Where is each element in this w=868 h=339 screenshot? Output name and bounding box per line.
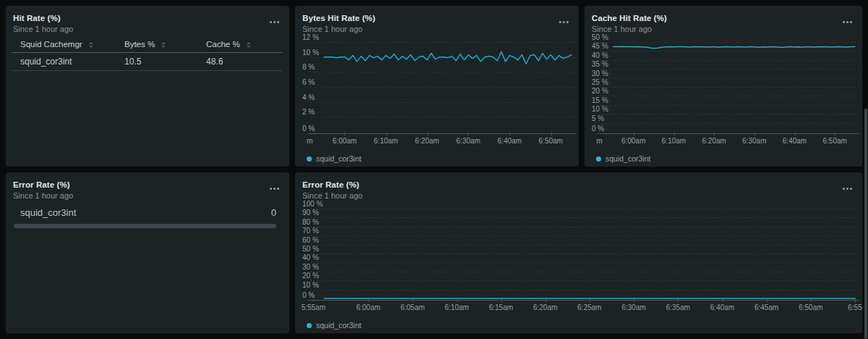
sort-icon — [161, 42, 166, 48]
panel-subtitle: Since 1 hour ago — [13, 25, 73, 33]
column-header-bytes-pct[interactable]: Bytes % — [124, 40, 166, 49]
scrollbar — [864, 0, 868, 339]
legend-dot-icon — [307, 323, 312, 328]
ellipsis-icon — [270, 21, 272, 23]
svg-text:0 %: 0 % — [302, 291, 315, 299]
svg-text:6:50am: 6:50am — [822, 137, 846, 145]
panel-subtitle: Since 1 hour ago — [592, 25, 652, 33]
legend-item[interactable]: squid_cor3int — [307, 154, 361, 163]
panel-subtitle: Since 1 hour ago — [13, 191, 73, 200]
svg-text:6:50am: 6:50am — [799, 304, 822, 311]
column-label: Bytes % — [124, 40, 155, 49]
svg-text:6:35am: 6:35am — [666, 304, 690, 311]
panel-title: Error Rate (%) — [302, 180, 359, 189]
table-row[interactable]: squid_cor3int 10.5 48.6 — [12, 53, 282, 71]
panel-title: Hit Rate (%) — [13, 14, 61, 22]
legend-label: squid_cor3int — [605, 154, 650, 163]
ellipsis-icon — [843, 21, 845, 23]
svg-text:2 %: 2 % — [302, 108, 315, 116]
error-rate-chart-panel: 0 %10 %20 %30 %40 %50 %60 %70 %80 %90 %1… — [295, 172, 862, 333]
bar-gauge-head: squid_cor3int 0 — [14, 207, 276, 218]
svg-text:6:40am: 6:40am — [710, 304, 734, 311]
panel-subtitle: Since 1 hour ago — [302, 25, 362, 33]
hit-rate-panel: Hit Rate (%) Since 1 hour ago Squid Cach… — [6, 6, 289, 167]
svg-text:6:10am: 6:10am — [662, 137, 686, 145]
svg-text:5:55am: 5:55am — [302, 304, 326, 311]
svg-text:30 %: 30 % — [302, 263, 319, 271]
svg-text:45 %: 45 % — [592, 42, 608, 50]
svg-text:6:30am: 6:30am — [621, 304, 645, 311]
svg-text:m: m — [596, 137, 602, 145]
svg-text:6:10am: 6:10am — [374, 137, 398, 145]
svg-text:6:30am: 6:30am — [742, 137, 766, 145]
svg-text:60 %: 60 % — [302, 236, 319, 244]
svg-text:20 %: 20 % — [592, 87, 608, 95]
svg-text:100 %: 100 % — [302, 200, 323, 208]
svg-text:6:20am: 6:20am — [533, 304, 557, 311]
panel-menu-button[interactable] — [267, 18, 282, 26]
svg-text:6:50am: 6:50am — [539, 137, 563, 145]
bytes-hit-rate-panel: 0 %2 %4 %6 %8 %10 %12 %m6:00am6:10am6:20… — [295, 6, 579, 167]
svg-text:6:40am: 6:40am — [498, 137, 522, 145]
svg-text:10 %: 10 % — [302, 49, 319, 56]
svg-text:40 %: 40 % — [592, 51, 608, 59]
error-rate-bar-panel: Error Rate (%) Since 1 hour ago squid_co… — [6, 172, 289, 333]
svg-text:90 %: 90 % — [302, 209, 319, 217]
svg-text:6 %: 6 % — [302, 78, 315, 86]
ellipsis-icon — [843, 188, 845, 190]
svg-text:m: m — [307, 137, 312, 145]
bar-gauge-value: 0 — [271, 207, 276, 218]
legend-item[interactable]: squid_cor3int — [307, 321, 361, 330]
svg-text:6:00am: 6:00am — [333, 137, 357, 145]
column-header-cache-pct[interactable]: Cache % — [206, 40, 251, 49]
svg-text:6:15am: 6:15am — [489, 304, 513, 311]
hit-rate-table: Squid Cachemgr Bytes % Cache % squid_cor… — [12, 40, 282, 71]
scrollbar-thumb[interactable] — [864, 109, 867, 339]
sort-icon — [247, 42, 251, 48]
legend-item[interactable]: squid_cor3int — [596, 154, 650, 163]
panel-title: Bytes Hit Rate (%) — [302, 14, 375, 22]
svg-text:6:40am: 6:40am — [783, 137, 807, 145]
svg-text:6:30am: 6:30am — [456, 137, 480, 145]
svg-text:6:20am: 6:20am — [702, 137, 726, 145]
cache-hit-rate-panel: 0 %5 %10 %15 %20 %25 %30 %35 %40 %45 %50… — [584, 6, 862, 167]
legend-dot-icon — [307, 156, 312, 162]
column-label: Cache % — [206, 40, 240, 49]
column-header-squid-cachemgr[interactable]: Squid Cachemgr — [20, 40, 93, 49]
svg-text:80 %: 80 % — [302, 218, 319, 226]
bar-gauge-label: squid_cor3int — [20, 207, 76, 218]
svg-text:4 %: 4 % — [302, 93, 315, 101]
svg-text:6:55: 6:55 — [848, 304, 862, 311]
svg-text:70 %: 70 % — [302, 227, 319, 235]
bar-gauge-track — [14, 224, 276, 228]
sort-icon — [89, 42, 93, 48]
ellipsis-icon — [270, 188, 272, 190]
svg-text:40 %: 40 % — [302, 254, 319, 261]
legend-label: squid_cor3int — [316, 321, 361, 330]
cell-cache-pct: 48.6 — [206, 53, 223, 70]
svg-text:6:25am: 6:25am — [577, 304, 601, 311]
panel-menu-button[interactable] — [840, 18, 855, 26]
panel-menu-button[interactable] — [556, 18, 571, 26]
svg-text:50 %: 50 % — [592, 33, 608, 41]
svg-text:6:00am: 6:00am — [356, 304, 380, 311]
ellipsis-icon — [559, 21, 561, 23]
svg-text:30 %: 30 % — [592, 70, 608, 78]
bar-gauge-row[interactable]: squid_cor3int 0 — [14, 207, 276, 228]
panel-subtitle: Since 1 hour ago — [302, 191, 362, 200]
svg-text:6:45am: 6:45am — [754, 304, 778, 311]
panel-menu-button[interactable] — [840, 185, 855, 193]
table-header-row: Squid Cachemgr Bytes % Cache % — [12, 40, 282, 53]
svg-text:50 %: 50 % — [302, 245, 319, 253]
legend-label: squid_cor3int — [316, 154, 361, 163]
panel-title: Error Rate (%) — [13, 180, 70, 189]
svg-text:0 %: 0 % — [302, 125, 315, 133]
panel-menu-button[interactable] — [267, 185, 282, 193]
panel-title: Cache Hit Rate (%) — [592, 14, 667, 22]
svg-text:5 %: 5 % — [592, 114, 604, 122]
legend-dot-icon — [596, 156, 601, 162]
svg-text:0 %: 0 % — [592, 125, 604, 133]
svg-text:6:00am: 6:00am — [621, 137, 645, 145]
svg-text:25 %: 25 % — [592, 78, 608, 86]
svg-text:10 %: 10 % — [302, 281, 319, 289]
